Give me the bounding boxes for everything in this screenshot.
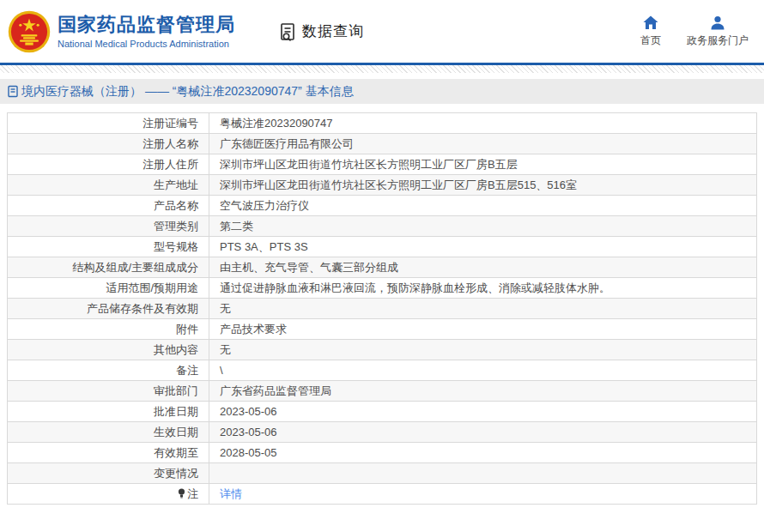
breadcrumb: 境内医疗器械（注册） —— “粤械注准20232090747” 基本信息 <box>0 79 764 104</box>
home-icon <box>643 15 658 30</box>
row-label: 变更情况 <box>8 463 209 484</box>
row-label: 审批部门 <box>8 381 209 402</box>
row-label: 其他内容 <box>8 340 209 360</box>
site-header: 国家药品监督管理局 National Medical Products Admi… <box>0 0 764 63</box>
row-value: 2028-05-05 <box>209 443 757 463</box>
table-row: 生效日期2023-05-06 <box>8 422 757 443</box>
row-value: 2023-05-06 <box>209 422 757 443</box>
table-row: 审批部门广东省药品监督管理局 <box>8 381 757 402</box>
table-row: 产品名称空气波压力治疗仪 <box>8 196 757 216</box>
row-label: 生产地址 <box>8 175 209 196</box>
document-icon <box>7 85 19 98</box>
row-label: 生效日期 <box>8 422 209 443</box>
table-row: 有效期至2028-05-05 <box>8 443 757 463</box>
row-value: 产品技术要求 <box>209 319 757 340</box>
registration-info-table: 注册证编号粤械注准20232090747注册人名称广东德匠医疗用品有限公司注册人… <box>7 112 757 505</box>
table-row: 备注\ <box>8 360 757 381</box>
table-row: 批准日期2023-05-06 <box>8 402 757 422</box>
hatch-pattern-strip <box>0 65 764 73</box>
row-value: 广东省药品监督管理局 <box>209 381 757 402</box>
row-value: 无 <box>209 340 757 360</box>
nav-item-label: 首页 <box>640 33 661 48</box>
row-value: 深圳市坪山区龙田街道竹坑社区长方照明工业厂区厂房B五层515、516室 <box>209 175 757 196</box>
table-row: 其他内容无 <box>8 340 757 360</box>
row-label: 附件 <box>8 319 209 340</box>
document-search-icon <box>278 21 299 42</box>
table-row: 变更情况 <box>8 463 757 484</box>
details-link[interactable]: 详情 <box>220 487 242 500</box>
row-value: 广东德匠医疗用品有限公司 <box>209 134 757 154</box>
table-row: 注册人住所深圳市坪山区龙田街道竹坑社区长方照明工业厂区厂房B五层 <box>8 154 757 175</box>
row-label: 产品名称 <box>8 196 209 216</box>
row-value: 通过促进静脉血液和淋巴液回流，预防深静脉血栓形成、消除或减轻肢体水肿。 <box>209 278 757 299</box>
row-value: 粤械注准20232090747 <box>209 113 757 134</box>
bulb-icon <box>178 488 185 499</box>
row-value: 无 <box>209 299 757 319</box>
table-row: 结构及组成/主要组成成分由主机、充气导管、气囊三部分组成 <box>8 257 757 278</box>
row-value: 由主机、充气导管、气囊三部分组成 <box>209 257 757 278</box>
table-row: 附件产品技术要求 <box>8 319 757 340</box>
row-label: 管理类别 <box>8 216 209 237</box>
row-label: 适用范围/预期用途 <box>8 278 209 299</box>
table-row: 型号规格PTS 3A、PTS 3S <box>8 237 757 257</box>
row-value: 详情 <box>209 484 757 505</box>
nav-item-home[interactable]: 首页 <box>640 15 661 48</box>
row-label: 有效期至 <box>8 443 209 463</box>
table-row: 管理类别第二类 <box>8 216 757 237</box>
row-label: 注册人住所 <box>8 154 209 175</box>
row-label: 批准日期 <box>8 402 209 422</box>
data-query-label: 数据查询 <box>302 21 364 41</box>
breadcrumb-text: 境内医疗器械（注册） —— “粤械注准20232090747” 基本信息 <box>21 84 354 100</box>
row-label: 注册证编号 <box>8 113 209 134</box>
row-value: PTS 3A、PTS 3S <box>209 237 757 257</box>
table-row: 注册证编号粤械注准20232090747 <box>8 113 757 134</box>
row-label: 备注 <box>8 360 209 381</box>
top-navigation: 首页 政务服务门户 <box>640 15 764 48</box>
row-label: 型号规格 <box>8 237 209 257</box>
row-value: \ <box>209 360 757 381</box>
table-row: 注详情 <box>8 484 757 505</box>
row-value <box>209 463 757 484</box>
national-emblem-logo <box>8 10 51 53</box>
user-icon <box>710 15 725 30</box>
table-row: 适用范围/预期用途通过促进静脉血液和淋巴液回流，预防深静脉血栓形成、消除或减轻肢… <box>8 278 757 299</box>
row-label: 产品储存条件及有效期 <box>8 299 209 319</box>
row-value: 2023-05-06 <box>209 402 757 422</box>
data-query-section[interactable]: 数据查询 <box>278 21 364 42</box>
row-label: 结构及组成/主要组成成分 <box>8 257 209 278</box>
row-value: 深圳市坪山区龙田街道竹坑社区长方照明工业厂区厂房B五层 <box>209 154 757 175</box>
site-title: 国家药品监督管理局 <box>58 14 235 36</box>
site-title-block: 国家药品监督管理局 National Medical Products Admi… <box>58 14 235 48</box>
row-value: 第二类 <box>209 216 757 237</box>
row-label: 注 <box>8 484 209 505</box>
table-row: 产品储存条件及有效期无 <box>8 299 757 319</box>
site-subtitle: National Medical Products Administration <box>58 39 235 49</box>
table-row: 注册人名称广东德匠医疗用品有限公司 <box>8 134 757 154</box>
row-label: 注册人名称 <box>8 134 209 154</box>
registration-info-table-wrap: 注册证编号粤械注准20232090747注册人名称广东德匠医疗用品有限公司注册人… <box>7 112 757 505</box>
table-row: 生产地址深圳市坪山区龙田街道竹坑社区长方照明工业厂区厂房B五层515、516室 <box>8 175 757 196</box>
row-value: 空气波压力治疗仪 <box>209 196 757 216</box>
nav-item-label: 政务服务门户 <box>687 33 749 48</box>
nav-item-gov-portal[interactable]: 政务服务门户 <box>687 15 749 48</box>
